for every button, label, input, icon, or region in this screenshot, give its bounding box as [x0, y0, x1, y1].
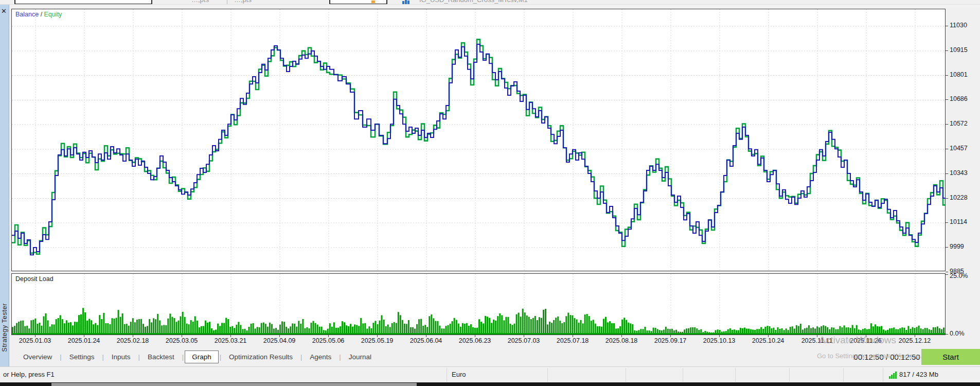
x-axis-tick: [279, 335, 280, 337]
taskbar-segment: [51, 383, 417, 386]
status-separator: [843, 368, 844, 382]
balance-equity-chart-canvas: [12, 9, 945, 271]
status-separator: [883, 368, 883, 382]
x-axis-label: 2025.05.19: [361, 337, 394, 344]
expert-dropdown[interactable]: [14, 0, 152, 5]
chart-legend: Balance / Equity: [15, 11, 62, 18]
x-axis-label: 2025.05.06: [312, 337, 345, 344]
x-axis-label: 2025.03.05: [166, 337, 198, 344]
balance-equity-chart-panel[interactable]: Balance / Equity: [11, 9, 946, 271]
tab-separator: |: [138, 353, 140, 361]
tab-optimization-results[interactable]: Optimization Results: [222, 351, 299, 363]
symbol-name-text: IG_USD_Random_Cross_MTcsv,M1: [419, 0, 528, 4]
x-axis-tick: [524, 335, 524, 337]
toolbar-fragment-1: …,pts: [191, 0, 209, 4]
x-axis-label: 2025.02.18: [117, 337, 149, 344]
deposit-load-panel[interactable]: Deposit Load: [11, 273, 946, 335]
x-axis-tick: [817, 335, 817, 337]
x-axis-tick: [475, 335, 475, 337]
x-axis-tick: [915, 335, 915, 337]
y-axis-tick: [946, 26, 948, 26]
x-axis-label: 2025.11.26: [850, 337, 882, 344]
balance-line: [12, 44, 945, 255]
y-axis-tick: [946, 222, 948, 223]
x-axis-label: 2025.06.04: [410, 337, 442, 344]
x-axis-tick: [670, 335, 671, 337]
y-axis-tick: [946, 50, 948, 51]
status-separator: [547, 368, 548, 382]
x-axis-tick: [377, 335, 378, 337]
dropdown-mark-icon: [371, 1, 375, 3]
status-separator: [626, 368, 626, 382]
deposit-min-label: 0.0%: [950, 330, 965, 337]
status-separator: [789, 368, 790, 382]
y-axis-tick: [946, 198, 948, 199]
x-axis-label: 2025.01.24: [68, 337, 100, 344]
status-bar: or Help, press F1 Euro 817 / 423 Mb: [0, 366, 980, 382]
start-button[interactable]: Start: [921, 349, 980, 365]
status-help-text: or Help, press F1: [3, 371, 55, 378]
test-time-display: 00:12:50 / 00:12:50: [844, 349, 930, 365]
memory-usage-text: 817 / 423 Mb: [899, 371, 938, 378]
period-dropdown[interactable]: [329, 0, 387, 5]
x-axis-tick: [133, 335, 133, 337]
x-axis-tick: [328, 335, 329, 337]
x-axis-label: 2025.12.12: [899, 337, 931, 344]
y-axis-tick: [946, 149, 948, 149]
x-axis-tick: [426, 335, 426, 337]
tab-overview[interactable]: Overview: [16, 351, 59, 363]
connection-signal-icon: [889, 372, 897, 379]
y-axis-tick: [946, 75, 948, 76]
y-axis-label: 10686: [950, 95, 968, 102]
tester-tab-bar: Overview|Settings|Inputs|Backtest|Graph|…: [9, 349, 980, 365]
x-axis-tick: [621, 335, 622, 337]
x-axis-label: 2025.10.24: [752, 337, 785, 344]
y-axis-label: 11030: [950, 22, 967, 29]
x-axis-tick: [573, 335, 573, 337]
x-axis-label: 2025.07.03: [508, 337, 540, 344]
legend-balance: Balance: [15, 11, 39, 18]
strategy-tester-window: …,pts …,pts IG_USD_Random_Cross_MTcsv,M1…: [0, 0, 980, 386]
x-axis-label: 2025.08.18: [605, 337, 638, 344]
tab-backtest[interactable]: Backtest: [141, 351, 181, 363]
legend-separator: /: [39, 11, 44, 18]
tab-graph[interactable]: Graph: [185, 350, 219, 363]
y-axis-label: 10915: [950, 46, 968, 54]
legend-equity: Equity: [44, 11, 62, 18]
x-axis-label: 2025.03.21: [215, 337, 247, 344]
x-axis-label: 2025.01.03: [19, 337, 51, 344]
y-axis-tick: [946, 334, 948, 335]
x-axis-label: 2025.09.17: [654, 337, 687, 344]
tab-separator: |: [102, 353, 103, 361]
y-axis-tick: [946, 99, 948, 100]
x-axis-label: 2025.07.18: [557, 337, 589, 344]
tab-separator: |: [60, 353, 61, 361]
tab-settings[interactable]: Settings: [63, 351, 101, 363]
close-icon[interactable]: ✕: [1, 8, 7, 14]
x-axis-tick: [866, 335, 866, 337]
x-axis-label: 2025.10.13: [703, 337, 736, 344]
status-separator: [447, 368, 447, 382]
x-axis-tick: [768, 335, 769, 337]
x-axis-label: 2025.06.23: [459, 337, 491, 344]
y-axis-label: 9999: [950, 243, 964, 250]
x-axis-tick: [719, 335, 720, 337]
status-separator: [735, 368, 736, 382]
tab-inputs[interactable]: Inputs: [105, 351, 137, 363]
y-axis-tick: [946, 124, 948, 125]
symbol-chart-icon: [402, 0, 409, 4]
x-axis-label: 2025.04.09: [263, 337, 296, 344]
x-axis-tick: [182, 335, 182, 337]
equity-line: [12, 40, 945, 254]
y-axis-tick: [946, 272, 948, 272]
tab-journal[interactable]: Journal: [342, 351, 378, 363]
y-axis-label: 10801: [950, 71, 968, 78]
x-axis-tick: [84, 335, 84, 337]
tab-agents[interactable]: Agents: [303, 351, 338, 363]
tabs-host: Overview|Settings|Inputs|Backtest|Graph|…: [16, 350, 378, 363]
status-currency: Euro: [452, 371, 466, 378]
y-axis-tick: [946, 247, 948, 248]
toolbar-fragment-2: …,pts: [234, 0, 252, 4]
tab-separator: |: [220, 353, 221, 361]
tab-separator: |: [182, 353, 184, 361]
